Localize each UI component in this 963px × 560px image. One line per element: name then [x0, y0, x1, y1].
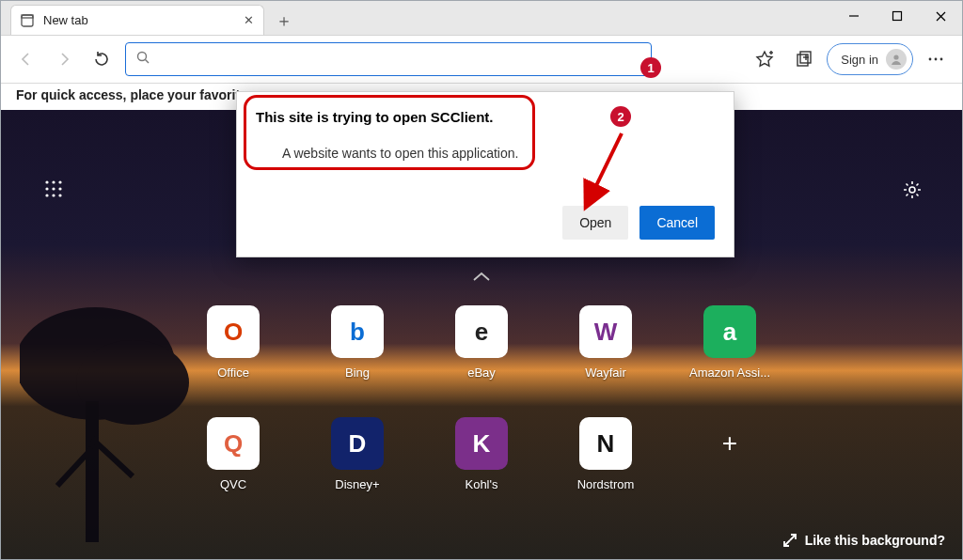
titlebar: New tab ✕ ＋ — [1, 1, 962, 35]
svg-point-28 — [52, 194, 55, 196]
tile-label: Bing — [345, 366, 370, 380]
svg-line-32 — [790, 535, 796, 540]
expand-icon — [782, 533, 797, 548]
ntp-tiles: OOfficebBingeeBayWWayfairaAmazon Assi...… — [1, 305, 962, 491]
forward-button[interactable] — [48, 43, 80, 75]
close-window-button[interactable] — [919, 1, 962, 31]
svg-line-31 — [784, 540, 790, 546]
browser-tab[interactable]: New tab ✕ — [10, 5, 264, 35]
tile-icon: a — [703, 305, 756, 358]
tab-title: New tab — [43, 13, 233, 27]
tile-icon: Q — [207, 417, 260, 470]
tile-icon: b — [331, 305, 384, 358]
dialog-subtitle: A website wants to open this application… — [282, 146, 715, 161]
svg-point-30 — [909, 187, 915, 193]
ntp-tile[interactable]: NNordstrom — [577, 417, 634, 491]
new-tab-button[interactable]: ＋ — [270, 7, 298, 35]
favorites-button[interactable] — [748, 42, 781, 76]
more-button[interactable] — [919, 42, 953, 76]
minimize-button[interactable] — [832, 1, 876, 31]
tile-label: QVC — [220, 477, 246, 491]
svg-point-26 — [58, 187, 61, 190]
like-background-button[interactable]: Like this background? — [782, 533, 945, 548]
back-button[interactable] — [10, 43, 42, 75]
tile-icon: N — [579, 417, 632, 470]
tile-label: Nordstrom — [577, 477, 635, 491]
svg-point-6 — [138, 53, 147, 61]
tile-label: Office — [217, 366, 249, 380]
tile-icon: e — [455, 305, 508, 358]
ntp-tile[interactable]: WWayfair — [577, 305, 634, 380]
ntp-tile[interactable]: aAmazon Assi... — [702, 305, 758, 380]
svg-line-7 — [146, 60, 150, 64]
ntp-tile[interactable]: DDisney+ — [329, 417, 386, 491]
window-controls — [832, 1, 962, 31]
svg-point-24 — [45, 187, 48, 190]
svg-rect-1 — [22, 15, 33, 18]
ntp-tile[interactable]: QQVC — [205, 417, 261, 491]
svg-point-17 — [940, 58, 943, 61]
svg-point-27 — [45, 194, 48, 196]
plus-icon: + — [703, 417, 756, 470]
address-bar[interactable] — [125, 42, 652, 76]
open-button[interactable]: Open — [562, 206, 628, 240]
signin-label: Sign in — [841, 53, 878, 67]
svg-rect-3 — [893, 12, 902, 21]
tile-label: Wayfair — [585, 366, 626, 380]
toolbar: Sign in — [1, 35, 962, 84]
tile-icon: W — [579, 305, 632, 358]
gear-icon[interactable] — [902, 179, 923, 204]
apps-icon[interactable] — [44, 179, 63, 202]
tile-icon: K — [455, 417, 508, 470]
dialog-title: This site is trying to open SCClient. — [256, 109, 715, 125]
like-background-label: Like this background? — [805, 533, 945, 548]
tile-icon: D — [331, 417, 384, 470]
signin-button[interactable]: Sign in — [827, 43, 913, 75]
collections-button[interactable] — [787, 42, 821, 76]
maximize-button[interactable] — [876, 1, 919, 31]
svg-point-16 — [935, 58, 938, 61]
cancel-button[interactable]: Cancel — [639, 206, 715, 240]
tile-label: Kohl's — [465, 477, 497, 491]
refresh-button[interactable] — [86, 43, 118, 75]
svg-point-23 — [58, 180, 61, 183]
tile-icon: O — [207, 305, 260, 358]
svg-point-22 — [52, 180, 55, 183]
svg-point-25 — [52, 187, 55, 190]
tab-close-icon[interactable]: ✕ — [241, 13, 256, 28]
tile-label: eBay — [467, 366, 496, 380]
svg-point-21 — [45, 180, 48, 183]
ntp-tile[interactable]: eeBay — [453, 305, 510, 380]
protocol-dialog: This site is trying to open SCClient. A … — [236, 91, 734, 257]
address-input[interactable] — [160, 52, 641, 67]
tile-label: Disney+ — [335, 477, 379, 491]
browser-window: New tab ✕ ＋ Sign in For quick access, pl… — [0, 0, 963, 560]
chevron-up-icon[interactable] — [471, 270, 492, 287]
search-icon — [135, 50, 150, 69]
ntp-tile[interactable]: KKohl's — [453, 417, 510, 491]
svg-point-29 — [58, 194, 61, 196]
svg-rect-0 — [22, 15, 33, 26]
tab-favicon — [21, 13, 36, 28]
ntp-tile[interactable]: OOffice — [205, 305, 261, 380]
add-tile-button[interactable]: + — [702, 417, 758, 491]
ntp-tile[interactable]: bBing — [329, 305, 386, 380]
svg-point-15 — [929, 58, 932, 61]
svg-point-14 — [893, 54, 898, 59]
tile-label: Amazon Assi... — [689, 366, 770, 380]
avatar-icon — [886, 49, 907, 70]
